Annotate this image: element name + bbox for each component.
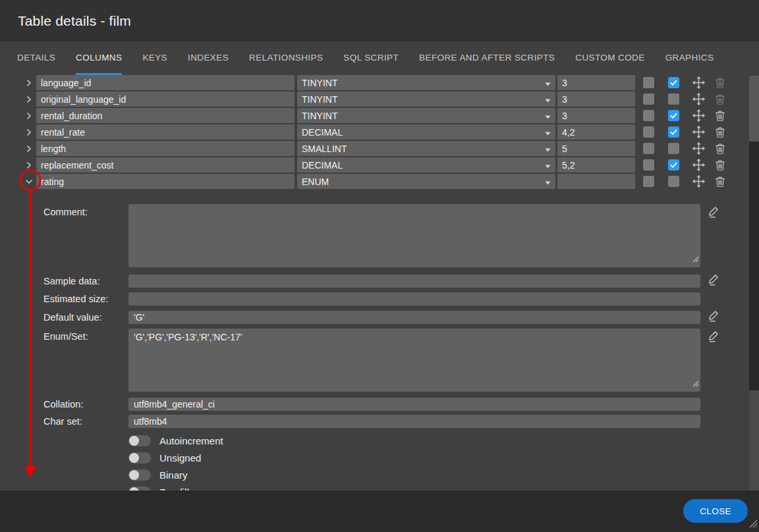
- delete-icon[interactable]: [714, 77, 726, 89]
- move-handle-icon[interactable]: [692, 109, 706, 122]
- size-input[interactable]: [557, 174, 635, 189]
- enum-set-textarea[interactable]: 'G','PG','PG-13','R','NC-17': [128, 329, 700, 392]
- tab-sql-script[interactable]: SQL SCRIPT: [343, 53, 399, 75]
- dialog-resize-grip-icon[interactable]: [749, 519, 758, 531]
- datatype-label: DECIMAL: [302, 127, 343, 138]
- vertical-scrollbar[interactable]: [749, 76, 759, 491]
- comment-label: Comment:: [43, 204, 128, 217]
- edit-pencil-icon[interactable]: [707, 205, 719, 221]
- expand-chevron-icon[interactable]: [22, 128, 36, 136]
- column-name-input[interactable]: [36, 141, 295, 156]
- scrollbar-thumb[interactable]: [749, 390, 759, 491]
- delete-icon[interactable]: [714, 93, 726, 105]
- size-input[interactable]: [557, 92, 635, 107]
- move-handle-icon[interactable]: [692, 125, 706, 139]
- expand-chevron-icon[interactable]: [22, 145, 36, 153]
- column-name-input[interactable]: [36, 124, 295, 140]
- column-name-input[interactable]: [36, 157, 295, 173]
- size-input[interactable]: [557, 157, 635, 173]
- column-row: ENUM: [0, 174, 759, 189]
- close-button[interactable]: CLOSE: [683, 499, 748, 523]
- expand-chevron-icon[interactable]: [22, 161, 36, 169]
- pk-checkbox[interactable]: [643, 159, 654, 171]
- pk-checkbox[interactable]: [643, 93, 654, 105]
- nn-checkbox[interactable]: [668, 143, 679, 154]
- caret-down-icon: [545, 78, 551, 88]
- pk-checkbox[interactable]: [643, 176, 654, 187]
- collation-input[interactable]: [128, 398, 700, 411]
- sample-data-input[interactable]: [128, 275, 700, 288]
- tab-graphics[interactable]: GRAPHICS: [665, 53, 714, 75]
- tab-before-and-after-scripts[interactable]: BEFORE AND AFTER SCRIPTS: [419, 53, 555, 75]
- expand-chevron-icon[interactable]: [22, 95, 36, 103]
- move-handle-icon[interactable]: [692, 76, 706, 90]
- delete-icon[interactable]: [714, 159, 726, 171]
- toggle-row: Binary: [128, 466, 759, 483]
- toggle-knob: [129, 436, 139, 446]
- toggle-binary[interactable]: [128, 469, 151, 481]
- default-value-input[interactable]: [128, 311, 700, 324]
- datatype-select[interactable]: TINYINT: [297, 92, 555, 107]
- nn-checkbox[interactable]: [668, 159, 679, 171]
- move-handle-icon[interactable]: [692, 158, 706, 172]
- columns-list: TINYINT: [0, 75, 759, 189]
- nn-checkbox[interactable]: [668, 110, 679, 121]
- datatype-select[interactable]: ENUM: [297, 174, 555, 189]
- expand-chevron-icon[interactable]: [22, 79, 36, 87]
- pk-checkbox[interactable]: [643, 143, 654, 154]
- comment-textarea[interactable]: [128, 204, 700, 267]
- datatype-select[interactable]: DECIMAL: [297, 157, 555, 173]
- move-handle-icon[interactable]: [692, 174, 706, 188]
- expand-chevron-icon[interactable]: [22, 112, 36, 120]
- tab-columns[interactable]: COLUMNS: [76, 53, 122, 75]
- pk-checkbox[interactable]: [643, 110, 654, 121]
- tab-keys[interactable]: KEYS: [142, 53, 167, 75]
- datatype-select[interactable]: DECIMAL: [297, 124, 555, 140]
- tab-indexes[interactable]: INDEXES: [188, 53, 229, 75]
- charset-input[interactable]: [128, 415, 700, 428]
- edit-pencil-icon[interactable]: [707, 330, 719, 345]
- caret-down-icon: [545, 111, 551, 121]
- delete-icon[interactable]: [714, 176, 726, 188]
- column-name-input[interactable]: [36, 92, 295, 107]
- edit-pencil-icon[interactable]: [707, 309, 719, 325]
- estimated-size-input[interactable]: [128, 292, 700, 306]
- pk-checkbox[interactable]: [643, 77, 654, 88]
- dialog-footer: CLOSE: [0, 491, 759, 532]
- dialog-title: Table details - film: [18, 13, 759, 29]
- toggle-unsigned[interactable]: [128, 452, 151, 464]
- column-name-input[interactable]: [36, 174, 295, 189]
- tab-relationships[interactable]: RELATIONSHIPS: [249, 53, 323, 75]
- column-name-input[interactable]: [36, 108, 295, 123]
- caret-down-icon: [545, 160, 551, 171]
- size-input[interactable]: [557, 75, 635, 90]
- scrollbar-thumb[interactable]: [749, 76, 759, 142]
- datatype-label: SMALLINT: [302, 144, 347, 154]
- nn-checkbox[interactable]: [668, 77, 679, 88]
- size-input[interactable]: [557, 124, 635, 140]
- tab-custom-code[interactable]: CUSTOM CODE: [575, 53, 644, 75]
- size-input[interactable]: [557, 108, 635, 123]
- caret-down-icon: [545, 176, 551, 187]
- toggle-row: Unsigned: [128, 449, 759, 466]
- delete-icon[interactable]: [714, 126, 726, 138]
- delete-icon[interactable]: [714, 110, 726, 122]
- datatype-select[interactable]: TINYINT: [297, 75, 555, 90]
- edit-pencil-icon[interactable]: [707, 273, 719, 288]
- move-handle-icon[interactable]: [692, 142, 706, 155]
- tab-details[interactable]: DETAILS: [17, 53, 55, 75]
- datatype-select[interactable]: TINYINT: [297, 108, 555, 123]
- pk-checkbox[interactable]: [643, 126, 654, 138]
- column-row: DECIMAL: [0, 157, 759, 173]
- nn-checkbox[interactable]: [668, 93, 679, 105]
- size-input[interactable]: [557, 141, 635, 156]
- expand-chevron-icon[interactable]: [22, 178, 36, 186]
- delete-icon[interactable]: [714, 143, 726, 155]
- column-name-input[interactable]: [36, 75, 295, 90]
- toggle-autoincrement[interactable]: [128, 435, 151, 446]
- move-handle-icon[interactable]: [692, 92, 706, 106]
- nn-checkbox[interactable]: [668, 176, 679, 187]
- nn-checkbox[interactable]: [668, 126, 679, 138]
- datatype-select[interactable]: SMALLINT: [297, 141, 555, 156]
- toggle-label: Unsigned: [159, 452, 201, 464]
